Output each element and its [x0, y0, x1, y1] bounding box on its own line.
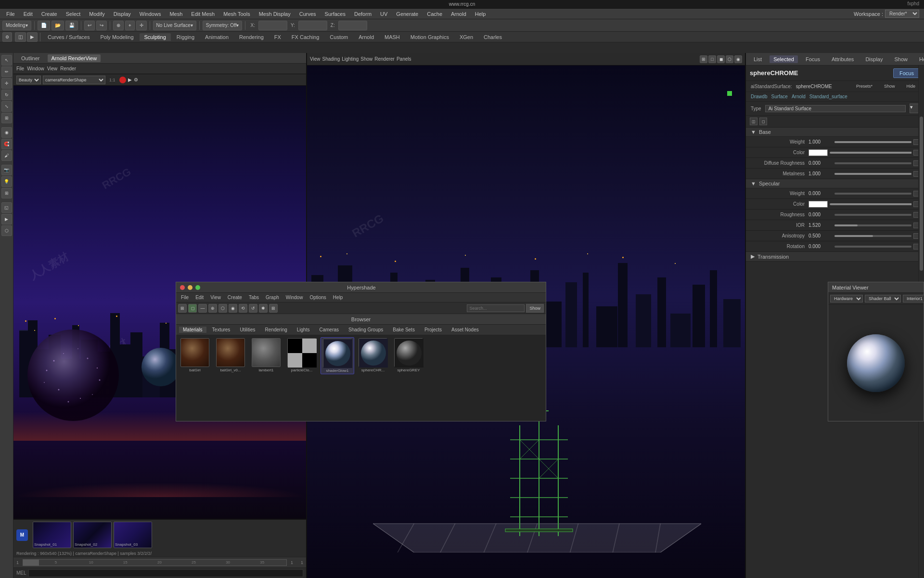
section-specular[interactable]: ▼ Specular: [746, 179, 924, 188]
material-spherechr[interactable]: sphereCHR...: [356, 337, 390, 373]
material-particleclo[interactable]: particleClo...: [285, 337, 319, 373]
select-tool-left[interactable]: ↖: [1, 55, 12, 66]
menu-edit[interactable]: Edit: [20, 10, 37, 18]
hs-tab-bake-sets[interactable]: Bake Sets: [389, 327, 419, 333]
shelf-tab-rendering[interactable]: Rendering: [234, 33, 269, 41]
paint-weights-btn[interactable]: 🖌: [1, 150, 12, 161]
hs-tb-4[interactable]: ⊕: [208, 304, 217, 313]
render-btn[interactable]: ▶: [1, 214, 12, 224]
hs-tb-3[interactable]: —: [198, 304, 207, 313]
hs-tabs-menu[interactable]: Tabs: [246, 294, 262, 301]
vp-icon-2[interactable]: □: [708, 55, 716, 63]
hs-tab-textures[interactable]: Textures: [208, 327, 234, 333]
menu-create[interactable]: Create: [38, 10, 61, 18]
vp-renderer[interactable]: Renderer: [374, 56, 395, 62]
menu-deform[interactable]: Deform: [350, 10, 375, 18]
vp-view[interactable]: View: [310, 56, 321, 62]
mel-input[interactable]: [28, 569, 303, 577]
material-batgirl[interactable]: batGirl: [178, 337, 212, 373]
shelf-tab-poly[interactable]: Poly Modeling: [95, 33, 138, 41]
rv-file-menu[interactable]: File: [16, 66, 24, 71]
rv-camera-select[interactable]: cameraRenderShape: [43, 76, 105, 84]
presets-btn[interactable]: Presets*: [852, 83, 876, 90]
metalness-slider[interactable]: [834, 173, 911, 175]
attr-display-btn[interactable]: Display: [861, 55, 886, 63]
menu-mesh-display[interactable]: Mesh Display: [255, 10, 295, 18]
paint-tool-left[interactable]: ✏: [1, 66, 12, 77]
base-weight-slider[interactable]: [834, 141, 911, 143]
display-layer-btn[interactable]: ◱: [1, 202, 12, 213]
attr-selected-btn[interactable]: Selected: [770, 55, 798, 63]
vp-icon-4[interactable]: ⬡: [726, 55, 733, 63]
hs-search-input[interactable]: [467, 304, 525, 312]
link-standard[interactable]: Standard_surface: [809, 94, 847, 99]
mode-selector[interactable]: Modeling ▾: [2, 21, 31, 30]
rv-view-menu[interactable]: View: [47, 66, 58, 71]
vp-icon-5[interactable]: ◉: [734, 55, 742, 63]
shelf-tab-curves[interactable]: Curves / Surfaces: [43, 33, 94, 41]
mv-shader-ball-select[interactable]: Shader Ball: [865, 295, 901, 302]
vp-lighting[interactable]: Lighting: [342, 56, 359, 62]
redo-btn[interactable]: ↪: [96, 21, 107, 30]
scale-tool-left[interactable]: ⤡: [1, 101, 12, 112]
menu-generate[interactable]: Generate: [392, 10, 422, 18]
workspace-dropdown[interactable]: Render* Modeling Rigging: [885, 10, 919, 18]
focus-button[interactable]: Focus: [893, 68, 920, 78]
shelf-tab-rigging[interactable]: Rigging: [172, 33, 199, 41]
hs-create-menu[interactable]: Create: [225, 294, 245, 301]
hypershade-close-btn[interactable]: [180, 285, 185, 290]
show-btn[interactable]: Show: [880, 83, 899, 90]
diffuse-roughness-slider[interactable]: [834, 162, 911, 164]
rotation-slider[interactable]: [834, 246, 911, 248]
hypershade-btn-left[interactable]: ⬡: [1, 225, 12, 236]
shelf-tab-xgen[interactable]: XGen: [455, 33, 478, 41]
shelf-tab-custom[interactable]: Custom: [325, 33, 353, 41]
menu-surfaces[interactable]: Surfaces: [321, 10, 349, 18]
hs-tab-utilities[interactable]: Utilities: [236, 327, 259, 333]
soft-select-btn[interactable]: ◉: [1, 127, 12, 138]
base-color-slider[interactable]: [830, 152, 911, 154]
hs-tab-shading-groups[interactable]: Shading Groups: [345, 327, 387, 333]
vp-icon-1[interactable]: ⊞: [700, 55, 707, 63]
shelf-icon-1[interactable]: ◫: [15, 32, 26, 42]
attr-show-btn[interactable]: Show: [890, 55, 911, 63]
shelf-tab-animation[interactable]: Animation: [200, 33, 233, 41]
section-base[interactable]: ▼ Base: [746, 128, 924, 137]
attr-focus-tab[interactable]: Focus: [802, 55, 824, 63]
shelf-tab-charles[interactable]: Charles: [479, 33, 507, 41]
hs-window-menu[interactable]: Window: [283, 294, 306, 301]
hs-edit-menu[interactable]: Edit: [192, 294, 206, 301]
shelf-icon-2[interactable]: ▶: [27, 32, 38, 42]
shelf-tab-arnold[interactable]: Arnold: [354, 33, 379, 41]
vp-panels[interactable]: Panels: [397, 56, 411, 62]
hs-tab-lights[interactable]: Lights: [293, 327, 314, 333]
move-tool-btn[interactable]: ✛: [136, 21, 147, 30]
menu-arnold[interactable]: Arnold: [447, 10, 470, 18]
hs-show-btn[interactable]: Show: [526, 304, 544, 313]
hs-tab-materials[interactable]: Materials: [179, 327, 206, 333]
grid-btn[interactable]: ⊞: [1, 188, 12, 198]
vp-show[interactable]: Show: [360, 56, 372, 62]
hs-tb-8[interactable]: ↺: [249, 304, 257, 313]
rotate-tool-left[interactable]: ↻: [1, 90, 12, 100]
expand-btn-2[interactable]: ◻: [759, 118, 767, 125]
material-spheregrey[interactable]: sphereGREY: [392, 337, 425, 373]
hs-tb-9[interactable]: ✱: [259, 304, 268, 313]
snapshot-3[interactable]: Snapshot_03: [114, 522, 152, 548]
menu-uv[interactable]: UV: [376, 10, 391, 18]
menu-display[interactable]: Display: [110, 10, 135, 18]
hs-tab-rendering[interactable]: Rendering: [261, 327, 291, 333]
y-input[interactable]: [298, 21, 327, 30]
link-surface[interactable]: Surface: [771, 94, 787, 99]
attr-list-btn[interactable]: List: [750, 55, 766, 63]
mv-hardware-select[interactable]: Hardware: [830, 295, 863, 302]
lasso-tool-btn[interactable]: ⌖: [125, 21, 135, 30]
mv-interior-select[interactable]: Interior1 Col...: [903, 295, 924, 302]
z-input[interactable]: [338, 21, 367, 30]
vp-shading[interactable]: Shading: [322, 56, 340, 62]
snapshot-2[interactable]: Snapshot_02: [73, 522, 112, 548]
attr-attributes-btn[interactable]: Attributes: [828, 55, 858, 63]
rv-render-menu[interactable]: Render: [60, 66, 76, 71]
universal-tool-left[interactable]: ⊞: [1, 113, 12, 123]
anisotropy-slider[interactable]: [834, 235, 911, 237]
